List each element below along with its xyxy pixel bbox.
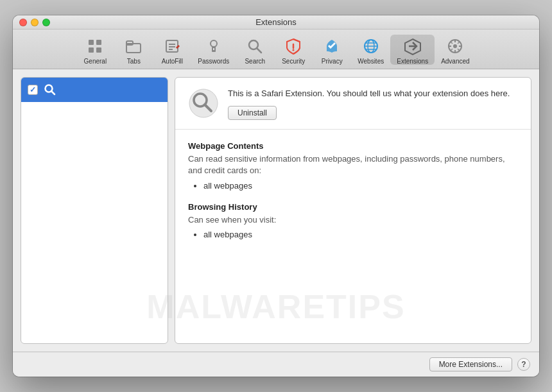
websites-label: Websites <box>358 58 384 65</box>
permission-list-item: all webpages <box>203 181 518 191</box>
toolbar: General Tabs <box>13 30 539 69</box>
svg-line-31 <box>458 49 460 51</box>
toolbar-icons: General Tabs <box>76 35 476 65</box>
svg-line-14 <box>257 48 261 53</box>
toolbar-item-search[interactable]: Search <box>236 35 274 65</box>
permission-section-history: Browsing History Can see when you visit:… <box>188 202 518 239</box>
permission-desc-history: Can see when you visit: <box>188 214 518 226</box>
toolbar-item-extensions[interactable]: Extensions <box>390 35 435 65</box>
toolbar-item-tabs[interactable]: Tabs <box>114 35 153 65</box>
toolbar-item-privacy[interactable]: Privacy <box>313 35 351 65</box>
tabs-label: Tabs <box>127 58 141 65</box>
extensions-icon <box>402 36 423 56</box>
svg-line-33 <box>451 49 453 51</box>
permission-list-item: all webpages <box>203 230 518 239</box>
maximize-button[interactable] <box>42 19 50 26</box>
security-icon <box>283 36 304 56</box>
permission-list-webpage: all webpages <box>188 181 518 191</box>
tabs-icon <box>123 36 144 56</box>
sidebar-item-search-ext[interactable]: ✓ <box>21 78 168 102</box>
ext-description: This is a Safari Extension. You should t… <box>228 88 518 99</box>
minimize-button[interactable] <box>31 19 39 26</box>
general-label: General <box>84 58 107 65</box>
toolbar-item-websites[interactable]: Websites <box>351 35 390 65</box>
svg-rect-3 <box>96 47 101 53</box>
permission-list-history: all webpages <box>188 230 518 239</box>
search-icon <box>245 36 265 56</box>
toolbar-item-advanced[interactable]: Advanced <box>435 35 476 65</box>
passwords-icon <box>203 36 224 56</box>
search-label: Search <box>245 58 265 65</box>
sidebar-ext-icon <box>43 83 57 97</box>
advanced-label: Advanced <box>441 58 469 65</box>
extensions-sidebar: ✓ <box>21 77 168 344</box>
autofill-label: AutoFill <box>162 58 183 65</box>
window-title: Extensions <box>255 17 297 27</box>
footer-bar: More Extensions... ? <box>13 352 539 377</box>
svg-point-25 <box>453 44 457 48</box>
svg-line-35 <box>51 91 55 94</box>
svg-rect-1 <box>96 40 101 45</box>
ext-header: This is a Safari Extension. You should t… <box>175 78 531 130</box>
toolbar-item-security[interactable]: Security <box>274 35 313 65</box>
permission-section-webpage: Webpage Contents Can read sensitive info… <box>188 141 518 190</box>
more-extensions-button[interactable]: More Extensions... <box>429 357 512 371</box>
close-button[interactable] <box>19 19 27 26</box>
toolbar-item-passwords[interactable]: Passwords <box>191 35 236 65</box>
ext-permissions: Webpage Contents Can read sensitive info… <box>175 130 531 343</box>
content-area: MALWARETIPS ✓ <box>13 69 539 352</box>
svg-point-16 <box>293 49 295 51</box>
sidebar-checkbox[interactable]: ✓ <box>28 85 38 95</box>
svg-line-30 <box>451 42 453 44</box>
permission-title-history: Browsing History <box>188 202 518 212</box>
ext-big-icon <box>188 88 219 119</box>
ext-info: This is a Safari Extension. You should t… <box>228 88 518 120</box>
traffic-lights <box>19 19 50 26</box>
security-label: Security <box>282 58 305 65</box>
toolbar-item-autofill[interactable]: AutoFill <box>153 35 191 65</box>
titlebar: Extensions <box>13 15 539 30</box>
uninstall-button[interactable]: Uninstall <box>228 106 277 120</box>
autofill-icon <box>162 36 182 56</box>
permission-desc-webpage: Can read sensitive information from webp… <box>188 153 518 176</box>
svg-line-32 <box>458 42 460 44</box>
extensions-label: Extensions <box>397 58 428 65</box>
privacy-icon <box>322 36 342 56</box>
privacy-label: Privacy <box>322 58 343 65</box>
websites-icon <box>361 36 381 56</box>
svg-point-10 <box>211 40 217 47</box>
general-icon <box>85 36 105 56</box>
checkmark-icon: ✓ <box>30 85 36 94</box>
passwords-label: Passwords <box>198 58 229 65</box>
svg-rect-2 <box>89 47 94 53</box>
advanced-icon <box>445 36 465 56</box>
safari-preferences-window: Extensions General <box>13 15 539 377</box>
help-button[interactable]: ? <box>517 358 530 371</box>
toolbar-item-general[interactable]: General <box>76 35 114 65</box>
svg-rect-0 <box>89 40 94 45</box>
permission-title-webpage: Webpage Contents <box>188 141 518 151</box>
main-panel: This is a Safari Extension. You should t… <box>175 77 531 344</box>
